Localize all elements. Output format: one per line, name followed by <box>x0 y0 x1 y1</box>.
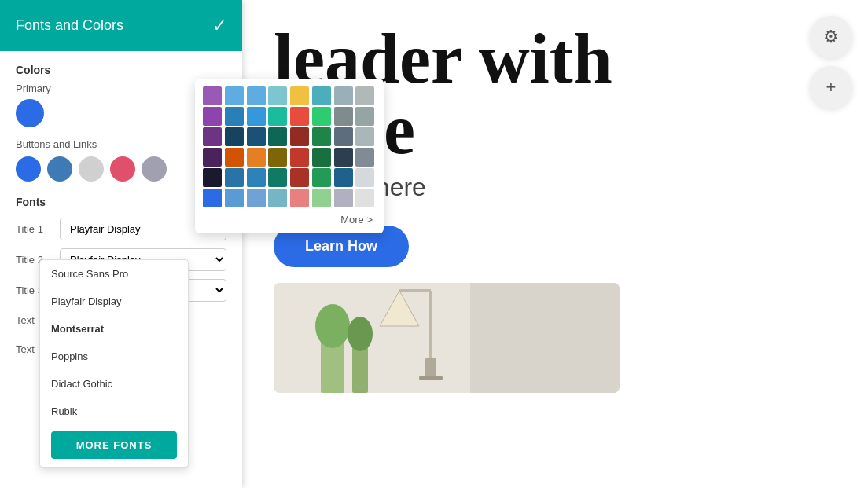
color-cell[interactable] <box>247 107 266 126</box>
color-cell[interactable] <box>203 86 222 105</box>
color-cell[interactable] <box>225 127 244 146</box>
color-cell[interactable] <box>203 107 222 126</box>
svg-point-4 <box>348 317 373 351</box>
dropdown-item-didact[interactable]: Didact Gothic <box>40 370 188 398</box>
color-cell[interactable] <box>268 86 287 105</box>
color-cell[interactable] <box>225 168 244 187</box>
main-content: leader with nage r subtitle here Learn H… <box>242 0 868 488</box>
color-cell[interactable] <box>225 189 244 207</box>
swatch-gray[interactable] <box>79 156 104 182</box>
color-cell[interactable] <box>225 148 244 167</box>
color-cell[interactable] <box>247 127 266 146</box>
color-cell[interactable] <box>268 189 287 207</box>
color-cell[interactable] <box>334 168 353 187</box>
color-cell[interactable] <box>355 189 374 207</box>
color-cell[interactable] <box>355 168 374 187</box>
color-cell[interactable] <box>225 86 244 105</box>
color-cell[interactable] <box>290 107 309 126</box>
dropdown-item-playfair[interactable]: Playfair Display <box>40 288 188 315</box>
color-cell[interactable] <box>290 127 309 146</box>
title1-label: Title 1 <box>16 223 53 235</box>
svg-rect-10 <box>470 283 620 393</box>
color-cell[interactable] <box>203 189 222 207</box>
color-cell[interactable] <box>247 148 266 167</box>
dropdown-item-rubik[interactable]: Rubik <box>40 398 188 425</box>
color-cell[interactable] <box>334 189 353 207</box>
dropdown-item-montserrat[interactable]: Montserrat <box>40 315 188 343</box>
color-cell[interactable] <box>312 127 331 146</box>
gear-icon: ⚙ <box>823 27 839 47</box>
primary-color-swatch[interactable] <box>16 99 44 127</box>
settings-button[interactable]: ⚙ <box>810 16 852 58</box>
color-cell[interactable] <box>312 148 331 167</box>
plus-icon: + <box>826 77 837 97</box>
svg-rect-9 <box>419 376 443 380</box>
color-cell[interactable] <box>290 189 309 207</box>
color-cell[interactable] <box>355 148 374 167</box>
swatch-pink[interactable] <box>110 156 135 182</box>
check-icon[interactable]: ✓ <box>212 16 226 36</box>
color-cell[interactable] <box>334 127 353 146</box>
color-cell[interactable] <box>334 107 353 126</box>
color-cell[interactable] <box>355 107 374 126</box>
swatch-blue[interactable] <box>16 156 41 182</box>
dropdown-item-poppins[interactable]: Poppins <box>40 343 188 370</box>
more-fonts-button[interactable]: MORE FONTS <box>51 431 177 459</box>
color-cell[interactable] <box>312 168 331 187</box>
dropdown-item-source-sans[interactable]: Source Sans Pro <box>40 260 188 288</box>
swatch-slate[interactable] <box>142 156 167 182</box>
color-cell[interactable] <box>268 107 287 126</box>
floating-buttons: ⚙ + <box>810 16 852 108</box>
hero-image <box>274 283 620 393</box>
color-cell[interactable] <box>203 168 222 187</box>
swatch-dark-blue[interactable] <box>47 156 72 182</box>
color-cell[interactable] <box>247 168 266 187</box>
sidebar-title: Fonts and Colors <box>16 17 123 34</box>
svg-point-2 <box>315 304 350 348</box>
color-cell[interactable] <box>355 127 374 146</box>
color-cell[interactable] <box>334 148 353 167</box>
color-cell[interactable] <box>312 86 331 105</box>
color-grid <box>203 86 376 207</box>
color-cell[interactable] <box>225 107 244 126</box>
more-colors-link[interactable]: More > <box>203 214 376 226</box>
color-cell[interactable] <box>355 86 374 105</box>
color-cell[interactable] <box>312 107 331 126</box>
sidebar-header: Fonts and Colors ✓ <box>0 0 242 51</box>
color-cell[interactable] <box>247 86 266 105</box>
color-cell[interactable] <box>203 148 222 167</box>
color-cell[interactable] <box>290 86 309 105</box>
color-cell[interactable] <box>268 148 287 167</box>
color-cell[interactable] <box>268 168 287 187</box>
color-cell[interactable] <box>290 168 309 187</box>
color-cell[interactable] <box>312 189 331 207</box>
color-cell[interactable] <box>290 148 309 167</box>
color-picker-popup: More > <box>195 79 384 233</box>
font-dropdown: Source Sans Pro Playfair Display Montser… <box>39 259 189 468</box>
color-cell[interactable] <box>268 127 287 146</box>
color-cell[interactable] <box>334 86 353 105</box>
color-cell[interactable] <box>203 127 222 146</box>
color-cell[interactable] <box>247 189 266 207</box>
svg-rect-8 <box>425 358 436 377</box>
add-button[interactable]: + <box>810 66 852 108</box>
colors-section-label: Colors <box>16 64 226 76</box>
